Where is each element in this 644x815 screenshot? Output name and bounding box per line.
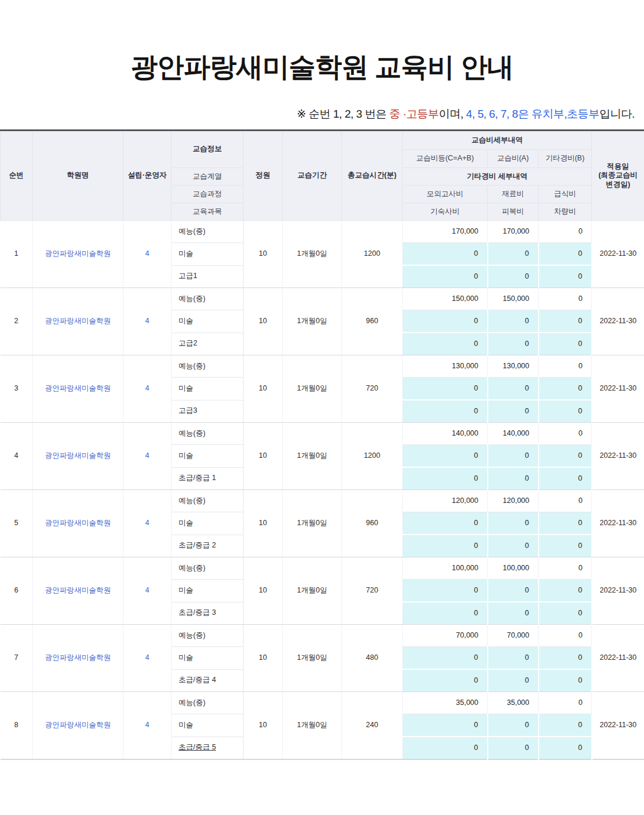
table-row: 3 광안파랑새미술학원 4 예능(중) 10 1개월0일 720 130,000… [1,355,644,378]
subject-cell: 초급/중급 1 [172,467,244,490]
capacity-cell: 10 [244,355,283,423]
row-number-cell: 1 [1,221,33,288]
founder-count-link[interactable]: 4 [124,221,172,288]
mock-exam-fee-value: 0 [403,580,488,602]
academy-name-link[interactable]: 광안파랑새미술학원 [33,288,124,355]
total-time-cell: 960 [342,490,403,557]
row-number-cell: 5 [1,490,33,557]
page-subtitle: ※ 순번 1, 2, 3 번은 중 ·고등부이며, 4, 5, 6, 7, 8은… [0,107,644,122]
total-time-cell: 240 [342,692,403,760]
capacity-cell: 10 [244,288,283,355]
course-cell: 미술 [172,512,244,535]
academy-name-link[interactable]: 광안파랑새미술학원 [33,355,124,423]
header-fee-total: 교습비등(C=A+B) [403,150,488,168]
course-cell: 미술 [172,714,244,737]
academy-name-link[interactable]: 광안파랑새미술학원 [33,692,124,760]
founder-count-link[interactable]: 4 [124,355,172,423]
founder-count-link[interactable]: 4 [124,288,172,355]
course-cell: 미술 [172,580,244,602]
fee-b-value: 0 [539,557,592,580]
founder-count-link[interactable]: 4 [124,423,172,490]
material-fee-value: 0 [488,512,539,535]
header-lesson-period: 교습기간 [283,131,342,221]
founder-count-link[interactable]: 4 [124,557,172,625]
header-meal-fee: 급식비 [539,186,592,203]
total-time-cell: 720 [342,557,403,625]
header-capacity: 정원 [244,131,283,221]
clothing-fee-value: 0 [488,467,539,490]
course-cell: 미술 [172,310,244,333]
subtitle-suffix: 입니다. [600,108,635,120]
fee-a-value: 35,000 [488,692,539,714]
page-title: 광안파랑새미술학원 교육비 안내 [0,0,644,85]
apply-date-cell: 2022-11-30 [592,423,644,490]
period-cell: 1개월0일 [283,490,342,557]
header-dorm-fee: 기숙사비 [403,203,488,221]
meal-fee-value: 0 [539,647,592,670]
total-time-cell: 1200 [342,423,403,490]
material-fee-value: 0 [488,647,539,670]
period-cell: 1개월0일 [283,557,342,625]
header-lesson-course: 교습과정 [172,186,244,203]
academy-name-link[interactable]: 광안파랑새미술학원 [33,423,124,490]
series-cell: 예능(중) [172,221,244,243]
apply-date-cell: 2022-11-30 [592,288,644,355]
table-row: 2 광안파랑새미술학원 4 예능(중) 10 1개월0일 960 150,000… [1,288,644,310]
apply-date-cell: 2022-11-30 [592,625,644,692]
header-total-time: 총교습시간(분) [342,131,403,221]
capacity-cell: 10 [244,423,283,490]
founder-count-link[interactable]: 4 [124,625,172,692]
founder-count-link[interactable]: 4 [124,490,172,557]
dorm-fee-value: 0 [403,265,488,288]
dorm-fee-value: 0 [403,737,488,759]
course-cell: 미술 [172,378,244,400]
fee-b-value: 0 [539,221,592,243]
academy-name-link[interactable]: 광안파랑새미술학원 [33,557,124,625]
vehicle-fee-value: 0 [539,737,592,759]
fee-a-value: 100,000 [488,557,539,580]
subject-cell: 초급/중급 3 [172,602,244,625]
fee-total-value: 120,000 [403,490,488,512]
table-row: 7 광안파랑새미술학원 4 예능(중) 10 1개월0일 480 70,000 … [1,625,644,647]
row-number-cell: 3 [1,355,33,423]
material-fee-value: 0 [488,714,539,737]
meal-fee-value: 0 [539,243,592,266]
capacity-cell: 10 [244,557,283,625]
series-cell: 예능(중) [172,625,244,647]
dorm-fee-value: 0 [403,333,488,355]
clothing-fee-value: 0 [488,737,539,759]
total-time-cell: 1200 [342,221,403,288]
header-lesson-series: 교습계열 [172,168,244,186]
academy-name-link[interactable]: 광안파랑새미술학원 [33,221,124,288]
meal-fee-value: 0 [539,512,592,535]
fee-total-value: 140,000 [403,423,488,445]
row-number-cell: 7 [1,625,33,692]
vehicle-fee-value: 0 [539,669,592,692]
fee-total-value: 130,000 [403,355,488,378]
header-seq: 순번 [1,131,33,221]
academy-name-link[interactable]: 광안파랑새미술학원 [33,490,124,557]
apply-date-cell: 2022-11-30 [592,692,644,760]
header-material-fee: 재료비 [488,186,539,203]
dorm-fee-value: 0 [403,467,488,490]
clothing-fee-value: 0 [488,535,539,557]
fee-a-value: 120,000 [488,490,539,512]
series-cell: 예능(중) [172,692,244,714]
mock-exam-fee-value: 0 [403,378,488,400]
subject-cell: 초급/중급 4 [172,669,244,692]
header-education-subject: 교육과목 [172,203,244,221]
subject-cell: 초급/중급 2 [172,535,244,557]
fee-a-value: 130,000 [488,355,539,378]
course-cell: 미술 [172,647,244,670]
subject-cell: 고급3 [172,400,244,423]
mock-exam-fee-value: 0 [403,512,488,535]
founder-count-link[interactable]: 4 [124,692,172,760]
material-fee-value: 0 [488,580,539,602]
mock-exam-fee-value: 0 [403,445,488,468]
academy-name-link[interactable]: 광안파랑새미술학원 [33,625,124,692]
dorm-fee-value: 0 [403,400,488,423]
row-number-cell: 6 [1,557,33,625]
fee-total-value: 170,000 [403,221,488,243]
mock-exam-fee-value: 0 [403,243,488,266]
vehicle-fee-value: 0 [539,535,592,557]
